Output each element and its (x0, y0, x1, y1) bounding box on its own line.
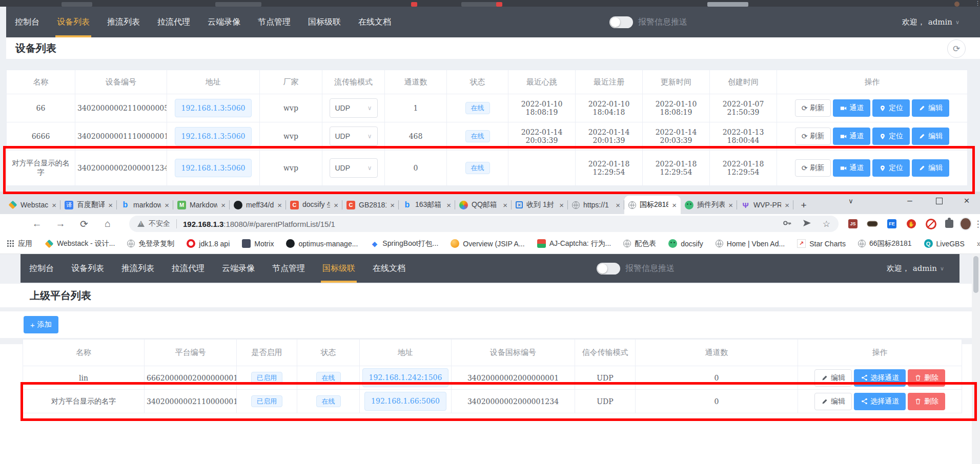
nav-item-node-manage[interactable]: 节点管理 (249, 7, 299, 37)
address-tag[interactable]: 192.168.1.3:5060 (175, 127, 252, 146)
nav-item-pull-proxy[interactable]: 拉流代理 (163, 254, 213, 283)
refresh-button[interactable]: 刷新 (795, 128, 831, 145)
address-tag[interactable]: 192.168.1.3:5060 (175, 99, 252, 118)
window-close-button[interactable] (956, 192, 977, 210)
browser-tab[interactable]: 收到 1封 (512, 196, 568, 214)
nav-item-console[interactable]: 控制台 (6, 7, 48, 37)
nav-item-node-manage[interactable]: 节点管理 (263, 254, 314, 283)
bookmarks-overflow-chevron[interactable]: » (977, 239, 980, 248)
edit-button[interactable]: 编辑 (912, 159, 949, 177)
close-icon[interactable] (221, 201, 226, 209)
nav-item-online-docs[interactable]: 在线文档 (350, 7, 400, 37)
bookmark[interactable]: docsify (668, 239, 703, 248)
nav-item-devices[interactable]: 设备列表 (48, 7, 98, 37)
close-icon[interactable] (334, 201, 338, 209)
refresh-page-button[interactable] (947, 39, 966, 58)
bookmark[interactable]: SpringBoot打包... (370, 239, 438, 248)
nav-item-pull-proxy[interactable]: 拉流代理 (149, 7, 199, 37)
close-icon[interactable] (728, 201, 733, 209)
bookmark[interactable]: 66国标28181 (858, 239, 912, 248)
close-icon[interactable] (446, 201, 451, 209)
extension-js-icon[interactable]: JS (847, 218, 859, 230)
alarm-push-toggle[interactable] (609, 16, 633, 28)
key-icon[interactable] (783, 219, 791, 229)
edit-button[interactable]: 编辑 (912, 128, 949, 145)
refresh-button[interactable]: 刷新 (795, 159, 831, 177)
nav-item-gb-cascade[interactable]: 国标级联 (299, 7, 350, 37)
refresh-button[interactable]: 刷新 (795, 99, 831, 117)
close-icon[interactable] (108, 201, 113, 209)
browser-tab[interactable]: GB28181 (342, 196, 399, 214)
locate-button[interactable]: 定位 (872, 159, 910, 177)
apps-shortcut[interactable]: 应用 (7, 239, 32, 248)
bookmark[interactable]: jdk1.8 api (187, 239, 230, 248)
close-icon[interactable] (503, 201, 507, 209)
browser-tab[interactable]: QQ邮箱 (455, 196, 512, 214)
browser-tab[interactable]: docsify 生 (286, 196, 342, 214)
browser-tab[interactable]: Webstac (4, 196, 60, 214)
bookmark[interactable]: optimus-manage... (286, 239, 358, 248)
bookmark[interactable]: 配色表 (623, 239, 656, 248)
bookmark-star-icon[interactable] (823, 219, 830, 229)
browser-tab[interactable]: Markdow (173, 196, 230, 214)
address-bar[interactable]: 不安全 192.168.1.3:18080/#/parentPlatformLi… (129, 216, 839, 232)
delete-button[interactable]: 删除 (908, 393, 945, 410)
edit-button[interactable]: 编辑 (814, 369, 852, 387)
edit-button[interactable]: 编辑 (912, 99, 949, 117)
alarm-push-toggle[interactable] (597, 263, 620, 275)
nav-item-cloud-record[interactable]: 云端录像 (213, 254, 263, 283)
close-icon[interactable] (277, 201, 282, 209)
bookmark[interactable]: Home | Vben Ad... (716, 240, 785, 248)
delete-button[interactable]: 删除 (908, 369, 945, 387)
nav-item-gb-cascade[interactable]: 国标级联 (314, 254, 364, 283)
select-channel-button[interactable]: 选择通道 (854, 393, 906, 410)
bookmark[interactable]: AJ-Captcha: 行为... (537, 239, 611, 248)
extension-blocker-icon[interactable] (905, 218, 917, 230)
bookmark[interactable]: Motrix (242, 239, 274, 248)
page-scrollbar[interactable] (972, 254, 980, 464)
close-icon[interactable] (52, 201, 56, 209)
stream-mode-select[interactable]: UDP (330, 158, 378, 178)
locate-button[interactable]: 定位 (872, 128, 910, 145)
close-icon[interactable] (165, 201, 169, 209)
tab-search-chevron[interactable] (843, 192, 859, 210)
browser-menu-icon[interactable] (972, 218, 980, 230)
bookmark[interactable]: Star Charts (797, 239, 846, 248)
browser-tab[interactable]: WVP-PR (737, 196, 793, 214)
close-icon[interactable] (390, 201, 395, 209)
new-tab-button[interactable] (797, 198, 811, 213)
close-icon[interactable] (672, 201, 677, 209)
address-tag[interactable]: 192.168.1.66:5060 (364, 392, 446, 411)
browser-tab[interactable]: https://1 (568, 196, 624, 214)
window-maximize-button[interactable] (929, 192, 949, 210)
forward-button[interactable] (53, 217, 68, 231)
browser-tab[interactable]: markdow (117, 196, 173, 214)
browser-tab[interactable]: 163邮箱 (399, 196, 455, 214)
channel-button[interactable]: 通道 (833, 99, 870, 117)
stream-mode-select[interactable]: UDP (330, 98, 378, 118)
channel-button[interactable]: 通道 (833, 159, 870, 177)
nav-item-console[interactable]: 控制台 (21, 254, 63, 283)
stream-mode-select[interactable]: UDP (330, 126, 378, 146)
channel-button[interactable]: 通道 (833, 128, 870, 145)
back-button[interactable] (30, 217, 44, 231)
send-icon[interactable] (803, 219, 811, 229)
scrollbar-thumb[interactable] (973, 256, 978, 293)
nav-item-online-docs[interactable]: 在线文档 (364, 254, 414, 283)
profile-avatar[interactable] (959, 218, 972, 230)
user-menu[interactable]: 欢迎，admin (887, 254, 944, 283)
close-icon[interactable] (616, 201, 620, 209)
user-menu[interactable]: 欢迎，admin (902, 7, 959, 37)
reload-button[interactable] (77, 217, 91, 231)
home-button[interactable] (100, 217, 115, 231)
nav-item-devices[interactable]: 设备列表 (63, 254, 113, 283)
select-channel-button[interactable]: 选择通道 (854, 369, 906, 387)
bookmark[interactable]: Webstack - 设计... (45, 239, 115, 248)
bookmark[interactable]: LiveGBS (924, 239, 965, 248)
bookmark[interactable]: Overview (JSIP A... (451, 239, 524, 248)
nav-item-push-streams[interactable]: 推流列表 (113, 254, 163, 283)
close-icon[interactable] (785, 201, 789, 209)
extension-fe-icon[interactable]: FE (886, 218, 898, 230)
address-tag[interactable]: 192.168.1.3:5060 (175, 159, 252, 178)
locate-button[interactable]: 定位 (872, 99, 910, 117)
